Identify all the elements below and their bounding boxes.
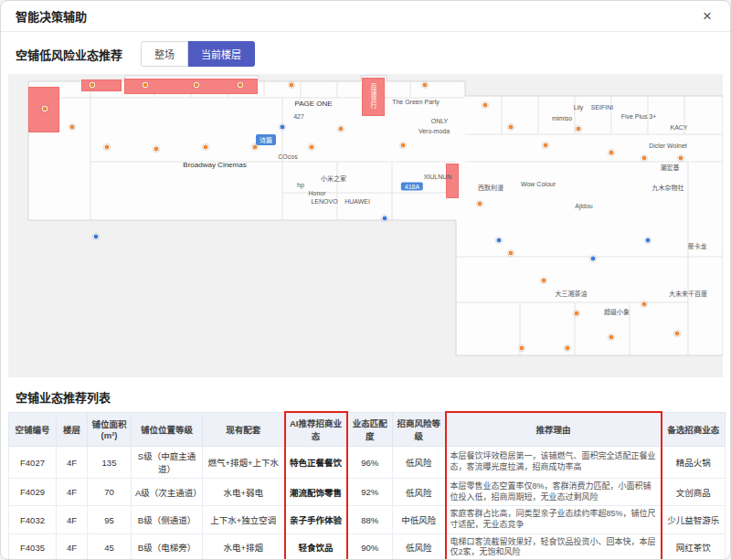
shop-label: Ajidou [575,203,592,209]
cell-alt: 文创商品 [662,479,726,506]
shop-label: KACY [670,124,687,131]
shop-label: 427 [293,113,304,120]
store-pin-icon[interactable] [576,126,582,132]
store-pin-icon[interactable] [104,144,111,151]
cell-facilities: 上下水+独立空调 [203,506,285,534]
store-pin-icon[interactable] [203,144,209,151]
cell-facilities: 燃气+排烟+上下水 [203,447,285,479]
shop-label: SEIFINI [591,104,614,111]
facility-pin-icon[interactable] [645,238,652,244]
decision-assist-dialog: 智能决策辅助 × 空铺低风险业态推荐 整场当前楼层 [0,0,731,560]
column-header: 空铺编号 [9,412,57,447]
cell-ai: 轻食饮品 [285,534,347,560]
cell-risk: 低风险 [393,479,446,506]
shop-label: PAGE ONE [294,100,332,108]
store-pin-icon[interactable] [508,250,514,257]
cell-area: 45 [88,534,132,560]
store-pin-icon[interactable] [477,201,483,207]
store-pin-icon[interactable] [609,150,615,156]
section-header: 空铺低风险业态推荐 整场当前楼层 [1,32,730,74]
recommendation-table: 空铺编号楼层铺位面积(m²)铺位位置等级现有配套AI推荐招商业态业态匹配度招商风… [8,411,726,560]
shop-label: LENOVO [311,198,337,205]
table-row[interactable]: F40294F70A级（次主通道）水电+弱电潮流配饰零售92%低风险本层零售业态… [9,479,726,506]
shop-label: Wow Colour [521,181,556,187]
store-pin-icon[interactable] [541,278,547,284]
store-pin-icon[interactable] [422,82,429,89]
shop-label: HUAWEI [344,198,370,205]
cell-id: F4035 [9,534,57,560]
floor-toggle-group: 整场当前楼层 [141,41,255,67]
store-pin-icon[interactable] [309,144,315,151]
cell-match: 88% [347,506,393,534]
facility-pin-icon[interactable] [280,124,286,131]
toggle-whole-venue[interactable]: 整场 [141,41,188,67]
store-pin-icon[interactable] [609,334,615,341]
cell-grade: B级（侧通道） [132,506,203,534]
table-row[interactable]: F40324F95B级（侧通道）上下水+独立空调亲子手作体验88%中低风险家庭客… [9,506,726,534]
cell-risk: 中低风险 [393,506,446,534]
store-pin-icon[interactable] [90,82,96,89]
close-icon[interactable]: × [699,6,715,26]
column-header: 业态匹配度 [347,412,393,447]
store-pin-icon[interactable] [574,311,580,317]
cell-grade: A级（次主通道） [132,479,203,506]
shop-label: COcos [278,153,297,160]
vacant-shop-block[interactable] [446,164,459,198]
shop-label: 418A [401,183,423,191]
shop-label: 百读货行 [368,83,377,109]
shop-label: 诗篇 [256,134,276,145]
store-pin-icon[interactable] [143,82,149,89]
cell-grade: S级（中庭主通道） [132,447,203,479]
cell-floor: 4F [57,447,88,479]
section-title: 空铺低风险业态推荐 [16,46,122,63]
cell-area: 70 [88,479,132,506]
column-header: 招商风险等级 [393,412,446,447]
cell-area: 135 [88,447,132,479]
shop-label: The Green Party [392,99,440,105]
shop-label: 潮宏基 [661,163,680,172]
cell-ai: 亲子手作体验 [285,506,347,534]
cell-ai: 特色正餐餐饮 [285,447,347,479]
store-pin-icon[interactable] [400,143,407,149]
shop-label: ONLY [431,118,449,124]
store-pin-icon[interactable] [641,155,648,162]
cell-alt: 少儿益智游乐 [662,506,726,534]
table-row[interactable]: F40354F45B级（电梯旁）水电+排烟轻食饮品90%低风险电梯口客流截留效果… [9,534,726,560]
store-pin-icon[interactable] [565,345,571,352]
shop-label: mimiso [552,115,572,122]
store-pin-icon[interactable] [42,106,48,112]
toggle-current-floor[interactable]: 当前楼层 [188,41,255,67]
store-pin-icon[interactable] [338,126,344,132]
vacant-shop-block[interactable] [81,79,122,91]
shop-label: Lily [574,104,584,111]
store-pin-icon[interactable] [482,102,489,109]
cell-id: F4032 [9,506,57,534]
facility-pin-icon[interactable] [496,238,503,244]
store-pin-icon[interactable] [289,82,295,89]
cell-id: F4027 [9,447,57,479]
store-pin-icon[interactable] [194,82,200,89]
store-pin-icon[interactable] [678,155,684,162]
column-header: 楼层 [57,412,88,447]
cell-floor: 4F [57,479,88,506]
floor-map[interactable]: PAGE ONE427百读货行The Green PartyONLYVero-m… [8,74,723,377]
store-pin-icon[interactable] [154,146,160,153]
store-pin-icon[interactable] [641,301,648,308]
shop-label: hp [297,182,304,188]
shop-label: 小米之家 [321,174,346,183]
table-row[interactable]: F40274F135S级（中庭主通道）燃气+排烟+上下水特色正餐餐饮96%低风险… [9,447,726,479]
column-header: 铺位位置等级 [132,412,203,447]
store-pin-icon[interactable] [674,331,681,337]
cell-match: 92% [347,479,393,506]
store-pin-icon[interactable] [543,143,549,149]
store-pin-icon[interactable] [238,82,244,89]
store-pin-icon[interactable] [508,124,514,131]
cell-match: 96% [347,447,393,479]
column-header: 推荐理由 [446,412,662,447]
store-pin-icon[interactable] [519,345,525,352]
cell-facilities: 水电+弱电 [203,479,285,506]
facility-pin-icon[interactable] [93,234,100,240]
facility-pin-icon[interactable] [590,256,597,262]
facility-pin-icon[interactable] [382,216,388,222]
store-pin-icon[interactable] [69,124,76,131]
